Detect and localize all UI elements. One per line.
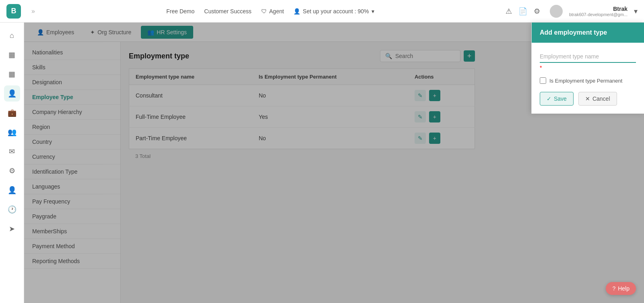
nav-mail[interactable]: ✉ — [4, 143, 20, 160]
agent-icon: 🛡 — [261, 8, 267, 15]
popup-header: Add employment type — [532, 23, 644, 43]
nav-chevron: » — [31, 8, 35, 15]
add-employment-popup: Add employment type * Is Employment type… — [531, 23, 644, 114]
agent-link[interactable]: 🛡 Agent — [261, 8, 284, 15]
user-email: btrak607-development@gm... — [569, 12, 627, 17]
setup-chevron-icon: ▾ — [372, 8, 374, 15]
nav-send[interactable]: ➤ — [4, 221, 20, 237]
alert-icon[interactable]: ⚠ — [506, 7, 512, 16]
sidebar-left: ⌂ ▦ ▦ 👤 💼 👥 ✉ ⚙ 👤 🕐 ➤ — [0, 23, 24, 303]
topnav-icons: ⚠ 📄 ⚙ Btrak btrak607-development@gm... ▾ — [506, 5, 638, 18]
x-icon: ✕ — [585, 95, 590, 102]
customer-success-link[interactable]: Customer Success — [204, 8, 251, 15]
permanent-checkbox-row: Is Employment type Permanent — [540, 77, 636, 84]
topnav: B » Free Demo Customer Success 🛡 Agent 👤… — [0, 0, 644, 23]
app-logo[interactable]: B — [6, 4, 21, 19]
nav-group[interactable]: 👥 — [4, 124, 20, 140]
required-star: * — [540, 64, 636, 71]
employment-type-field: * — [540, 51, 636, 71]
nav-home[interactable]: ⌂ — [4, 27, 20, 44]
nav-user2[interactable]: 👤 — [4, 182, 20, 198]
popup-title: Add employment type — [540, 29, 607, 36]
nav-tv[interactable]: ▦ — [4, 47, 20, 63]
permanent-checkbox[interactable] — [540, 77, 546, 84]
gear-icon[interactable]: ⚙ — [534, 7, 540, 16]
checkmark-icon: ✓ — [547, 95, 551, 102]
help-icon: ? — [612, 285, 615, 292]
user-name: Btrak — [613, 6, 627, 12]
avatar[interactable] — [550, 5, 563, 18]
free-demo-link[interactable]: Free Demo — [166, 8, 194, 15]
person-setup-icon: 👤 — [293, 8, 300, 15]
nav-clock[interactable]: 🕐 — [4, 201, 20, 218]
nav-briefcase[interactable]: 💼 — [4, 105, 20, 121]
nav-calendar[interactable]: ▦ — [4, 66, 20, 82]
checkbox-label: Is Employment type Permanent — [549, 78, 622, 84]
nav-person[interactable]: 👤 — [4, 85, 20, 102]
help-button[interactable]: ? Help — [606, 282, 636, 295]
save-button[interactable]: ✓ Save — [540, 92, 574, 106]
topnav-links: Free Demo Customer Success 🛡 Agent 👤 Set… — [45, 8, 496, 15]
popup-body: * Is Employment type Permanent — [532, 43, 644, 92]
user-info: Btrak btrak607-development@gm... — [569, 6, 627, 17]
cancel-button[interactable]: ✕ Cancel — [578, 92, 617, 106]
employment-type-name-input[interactable] — [540, 51, 636, 63]
doc-icon[interactable]: 📄 — [518, 7, 527, 16]
dropdown-arrow-icon[interactable]: ▾ — [634, 7, 638, 16]
nav-settings[interactable]: ⚙ — [4, 163, 20, 179]
setup-link[interactable]: 👤 Set up your account : 90% ▾ — [293, 8, 374, 15]
popup-actions: ✓ Save ✕ Cancel — [532, 92, 644, 114]
